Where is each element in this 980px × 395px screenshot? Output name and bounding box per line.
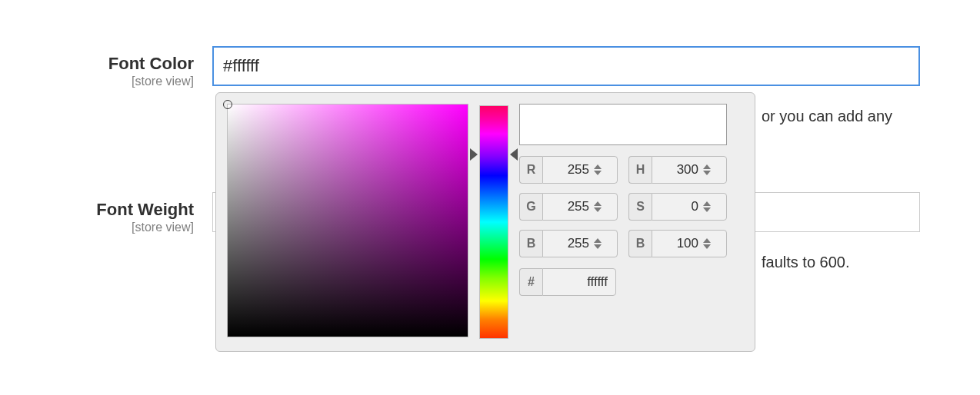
r-spinner[interactable] <box>592 164 602 175</box>
chevron-down-icon <box>703 207 711 212</box>
chevron-up-icon <box>594 238 602 243</box>
b-hsb-spinner[interactable] <box>702 238 711 249</box>
hue-arrow-left-icon[interactable] <box>470 148 478 161</box>
font-color-scope: [store view] <box>12 74 194 90</box>
h-input[interactable] <box>657 162 702 178</box>
h-spinner[interactable] <box>702 164 711 175</box>
font-color-input[interactable] <box>212 46 920 86</box>
chevron-down-icon <box>594 207 602 212</box>
hue-slider[interactable] <box>479 105 508 339</box>
s-label: S <box>628 193 652 221</box>
chevron-up-icon <box>594 164 602 169</box>
r-input[interactable] <box>548 162 592 178</box>
font-weight-scope: [store view] <box>12 220 194 236</box>
b-rgb-spinner[interactable] <box>592 238 602 249</box>
chevron-up-icon <box>703 201 711 206</box>
chevron-up-icon <box>703 164 711 169</box>
r-label: R <box>519 156 542 184</box>
hex-label: # <box>519 268 542 296</box>
chevron-down-icon <box>594 171 602 175</box>
chevron-down-icon <box>703 244 711 249</box>
b-rgb-input[interactable] <box>548 236 592 251</box>
b-hsb-label: B <box>628 230 652 257</box>
hue-arrow-right-icon[interactable] <box>510 148 518 161</box>
hex-input[interactable] <box>551 274 608 290</box>
font-color-hint: or you can add any <box>762 108 931 125</box>
chevron-up-icon <box>703 238 711 243</box>
chevron-down-icon <box>594 244 602 249</box>
b-hsb-input[interactable] <box>657 236 702 251</box>
h-label: H <box>628 156 652 184</box>
g-label: G <box>519 193 542 221</box>
g-input[interactable] <box>548 199 592 214</box>
saturation-value-field[interactable] <box>227 104 468 337</box>
font-weight-label: Font Weight <box>12 200 194 220</box>
s-spinner[interactable] <box>702 201 711 212</box>
s-input[interactable] <box>657 199 702 214</box>
color-picker-popup: R G B <box>215 92 755 352</box>
chevron-down-icon <box>703 171 711 175</box>
chevron-up-icon <box>594 201 602 206</box>
b-rgb-label: B <box>519 230 542 257</box>
color-swatch <box>519 104 727 145</box>
font-weight-hint: faults to 600. <box>762 254 931 271</box>
g-spinner[interactable] <box>592 201 602 212</box>
font-color-label: Font Color <box>12 54 194 74</box>
sv-cursor-icon[interactable] <box>223 100 232 109</box>
